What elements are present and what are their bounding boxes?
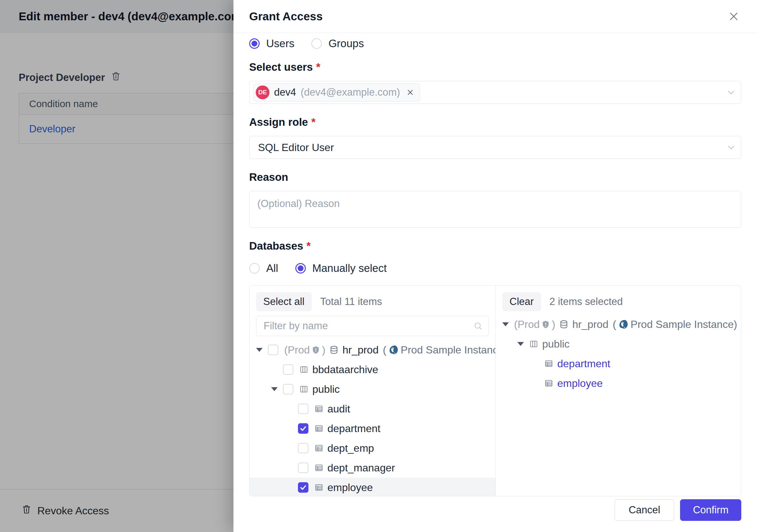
tree-node-label: department	[327, 422, 380, 435]
reason-label: Reason	[249, 171, 741, 184]
table-icon	[544, 359, 553, 368]
row-checkbox[interactable]	[283, 364, 293, 375]
shield-icon	[541, 320, 550, 329]
target-tree: (Prod)hr_prod(Prod Sample Instance)publi…	[496, 314, 741, 496]
tree-row-employee[interactable]: employee	[250, 478, 496, 496]
tree-row-public[interactable]: public	[496, 334, 741, 354]
table-icon	[314, 463, 323, 472]
radio-users[interactable]: Users	[249, 37, 294, 50]
database-icon	[559, 320, 568, 329]
tree-row-dept_emp[interactable]: dept_emp	[250, 438, 496, 458]
clear-button[interactable]: Clear	[502, 292, 541, 311]
radio-icon[interactable]	[295, 263, 306, 273]
database-transfer: Select all Total 11 items (Prod)hr_prod(…	[249, 285, 741, 496]
tree-node-label: public	[312, 383, 340, 395]
caret-down-icon[interactable]	[502, 322, 509, 326]
reason-input[interactable]	[249, 191, 741, 228]
tree-node-label: employee	[327, 482, 373, 494]
modal-footer: Cancel Confirm	[615, 499, 741, 521]
row-checkbox[interactable]	[298, 404, 308, 414]
tree-node-label: public	[542, 338, 570, 350]
tree-row-department[interactable]: department	[250, 419, 496, 438]
radio-groups[interactable]: Groups	[311, 37, 364, 50]
tree-node-label: dept_manager	[327, 462, 395, 474]
databases-radio-group: AllManually select	[249, 261, 741, 275]
cancel-button[interactable]: Cancel	[615, 499, 675, 521]
shield-icon	[311, 346, 320, 355]
assign-role-label: Assign role *	[249, 116, 741, 129]
radio-all[interactable]: All	[249, 262, 278, 274]
table-icon	[314, 444, 323, 453]
tree-node-label: hr_prod	[572, 318, 608, 330]
member-type-radio-group: UsersGroups	[249, 36, 741, 51]
schema-icon	[529, 339, 538, 349]
confirm-button[interactable]: Confirm	[680, 499, 741, 521]
instance-label: (Prod Sample Instance)	[383, 344, 496, 356]
assign-role-value: SQL Editor User	[258, 141, 334, 154]
grant-access-modal: Grant Access UsersGroups Select users * …	[233, 0, 757, 532]
caret-down-icon[interactable]	[256, 348, 262, 352]
radio-label: Users	[266, 37, 294, 50]
user-email: (dev4@example.com)	[301, 86, 400, 98]
required-asterisk: *	[316, 61, 320, 73]
search-icon	[473, 321, 483, 331]
table-icon	[314, 404, 323, 413]
transfer-source-panel: Select all Total 11 items (Prod)hr_prod(…	[250, 286, 496, 496]
schema-icon	[299, 365, 308, 374]
user-name: dev4	[274, 86, 296, 98]
check-icon	[299, 424, 307, 432]
filter-input[interactable]	[256, 316, 489, 336]
tree-row-audit[interactable]: audit	[250, 399, 496, 419]
tree-row-hr_prod[interactable]: (Prod)hr_prod(Prod Sample Instance)	[496, 314, 741, 334]
tree-row-hr_prod[interactable]: (Prod)hr_prod(Prod Sample Instance)	[250, 340, 496, 360]
row-checkbox[interactable]	[283, 384, 293, 394]
postgresql-icon	[389, 345, 399, 355]
selected-user-tag: DE dev4 (dev4@example.com)	[254, 83, 420, 102]
avatar: DE	[256, 85, 269, 99]
postgresql-icon	[619, 319, 628, 329]
tree-row-bbdataarchive[interactable]: bbdataarchive	[250, 360, 496, 379]
environment-badge: (Prod)	[284, 344, 325, 356]
row-checkbox[interactable]	[298, 462, 308, 473]
remove-user-icon[interactable]	[406, 88, 414, 97]
tree-node-label: department	[557, 358, 610, 370]
radio-icon[interactable]	[249, 263, 260, 273]
assign-role-select[interactable]: SQL Editor User	[249, 136, 741, 159]
close-icon[interactable]	[726, 9, 741, 24]
radio-icon[interactable]	[311, 38, 322, 49]
row-checkbox[interactable]	[298, 482, 308, 493]
table-icon	[314, 483, 323, 492]
tree-row-department[interactable]: department	[496, 354, 741, 373]
chevron-down-icon	[726, 87, 736, 98]
caret-down-icon[interactable]	[517, 342, 524, 346]
row-checkbox[interactable]	[298, 423, 308, 434]
row-checkbox[interactable]	[268, 345, 278, 355]
selected-count-label: 2 items selected	[549, 296, 623, 308]
schema-icon	[299, 385, 308, 394]
check-icon	[299, 484, 307, 491]
radio-manually-select[interactable]: Manually select	[295, 262, 387, 274]
tree-row-employee[interactable]: employee	[496, 373, 741, 393]
radio-icon[interactable]	[249, 38, 260, 49]
table-icon	[314, 424, 323, 433]
source-tree: (Prod)hr_prod(Prod Sample Instance)bbdat…	[250, 340, 496, 496]
tree-row-public[interactable]: public	[250, 379, 496, 399]
select-users-field[interactable]: DE dev4 (dev4@example.com)	[249, 81, 741, 104]
row-checkbox[interactable]	[298, 443, 308, 454]
select-all-button[interactable]: Select all	[256, 292, 312, 311]
databases-label: Databases *	[249, 239, 741, 253]
tree-node-label: employee	[557, 377, 603, 390]
radio-label: All	[266, 262, 278, 274]
caret-down-icon[interactable]	[271, 387, 278, 391]
tree-row-dept_manager[interactable]: dept_manager	[250, 458, 496, 478]
radio-label: Manually select	[312, 262, 387, 274]
environment-badge: (Prod)	[514, 318, 555, 330]
chevron-down-icon	[726, 142, 736, 153]
modal-header: Grant Access	[233, 0, 757, 33]
screen: Edit member - dev4 (dev4@example.com) Pr…	[0, 0, 757, 532]
instance-label: (Prod Sample Instance)	[613, 318, 737, 330]
tree-node-label: dept_emp	[327, 442, 374, 454]
modal-body: UsersGroups Select users * DE dev4 (dev4…	[233, 33, 757, 532]
required-asterisk: *	[311, 116, 316, 128]
transfer-target-panel: Clear 2 items selected (Prod)hr_prod(Pro…	[496, 286, 741, 496]
